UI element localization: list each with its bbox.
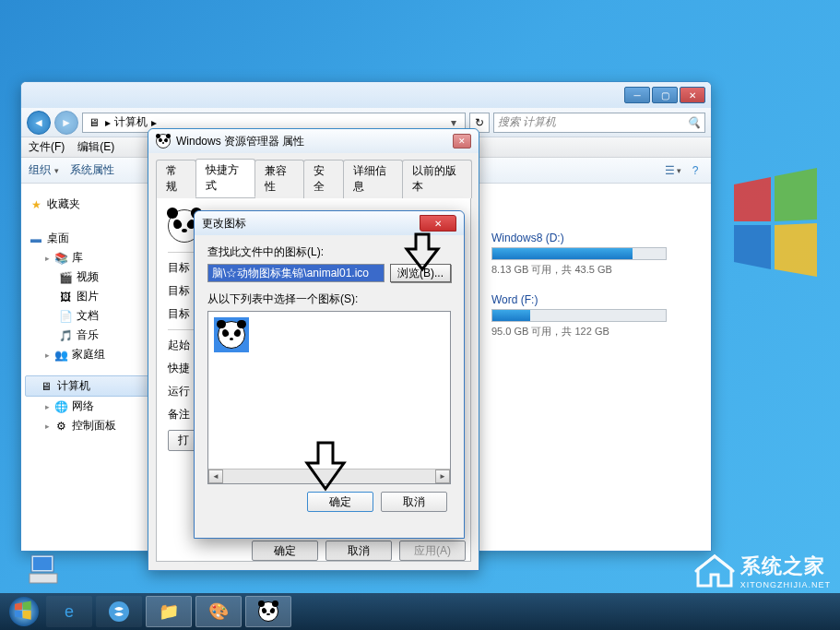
tab-previous[interactable]: 以前的版本 — [402, 160, 472, 198]
cancel-button[interactable]: 取消 — [325, 541, 392, 561]
tab-details[interactable]: 详细信息 — [343, 160, 403, 198]
view-icon[interactable]: ☰ — [665, 162, 681, 179]
video-icon: 🎬 — [58, 270, 73, 285]
icon-list[interactable]: ◄ ► — [207, 311, 451, 484]
drive-label: Word (F:) — [491, 293, 700, 306]
system-properties-button[interactable]: 系统属性 — [70, 162, 114, 178]
desktop-computer-icon[interactable] — [28, 553, 65, 588]
minimize-button[interactable]: ─ — [624, 87, 650, 103]
star-icon: ★ — [29, 197, 43, 212]
change-icon-title: 更改图标 — [202, 216, 420, 232]
paint-icon: 🎨 — [207, 600, 231, 624]
icon-option-selected[interactable] — [214, 317, 249, 352]
breadcrumb-item[interactable]: 计算机 — [114, 114, 148, 130]
nav-music[interactable]: 🎵音乐 — [21, 326, 157, 345]
address-dropdown[interactable]: ▾ — [446, 116, 461, 129]
help-icon[interactable]: ? — [687, 162, 704, 179]
nav-favorites[interactable]: ★收藏夹 — [21, 195, 157, 214]
svg-rect-2 — [30, 574, 57, 583]
drive-bar — [491, 247, 667, 260]
nav-homegroup[interactable]: ▸👥家庭组 — [21, 345, 157, 364]
house-icon — [694, 553, 735, 589]
start-button[interactable] — [6, 594, 42, 629]
maximize-button[interactable]: ▢ — [652, 87, 678, 103]
ok-button[interactable]: 确定 — [252, 541, 318, 561]
search-icon: 🔍 — [687, 116, 701, 129]
nav-computer[interactable]: 🖥计算机 — [25, 375, 153, 397]
taskbar-panda[interactable] — [245, 596, 291, 627]
network-icon: 🌐 — [53, 399, 68, 414]
search-box[interactable]: 搜索 计算机 🔍 — [493, 113, 705, 133]
nav-pictures[interactable]: 🖼图片 — [21, 287, 157, 306]
close-button[interactable]: ✕ — [420, 215, 456, 232]
explorer-titlebar: ─ ▢ ✕ — [21, 82, 711, 108]
scrollbar[interactable]: ◄ ► — [208, 469, 450, 483]
taskbar-explorer[interactable]: 📁 — [146, 596, 192, 627]
close-button[interactable]: ✕ — [453, 134, 471, 149]
drive-item[interactable]: Word (F:) 95.0 GB 可用，共 122 GB — [491, 293, 700, 339]
pictures-icon: 🖼 — [58, 290, 73, 304]
back-button[interactable]: ◄ — [27, 111, 51, 135]
tab-security[interactable]: 安全 — [303, 160, 344, 198]
organize-button[interactable]: 组织 — [29, 162, 59, 178]
breadcrumb-sep: ▸ — [151, 116, 157, 129]
control-icon: ⚙ — [53, 419, 68, 434]
watermark: 系统之家 XITONGZHIJIA.NET — [694, 553, 831, 589]
panda-icon — [156, 134, 171, 149]
drive-label: Windows8 (D:) — [491, 232, 700, 244]
nav-documents[interactable]: 📄文档 — [21, 306, 157, 326]
tab-shortcut[interactable]: 快捷方式 — [195, 159, 255, 197]
tab-row: 常规 快捷方式 兼容性 安全 详细信息 以前的版本 — [148, 153, 479, 197]
music-icon: 🎵 — [58, 328, 73, 343]
wallpaper-logo — [720, 166, 840, 314]
nav-library[interactable]: ▸📚库 — [21, 248, 157, 267]
drive-item[interactable]: Windows8 (D:) 8.13 GB 可用，共 43.5 GB — [491, 232, 700, 277]
browse-button[interactable]: 浏览(B)... — [390, 264, 451, 282]
scroll-right[interactable]: ► — [435, 470, 450, 483]
expand-icon: ▸ — [45, 351, 50, 360]
panda-icon — [256, 600, 280, 624]
change-icon-dialog: 更改图标 ✕ 查找此文件中的图标(L): 脑\☆动物图标集锦\animal01.… — [194, 210, 465, 539]
forward-button[interactable]: ► — [54, 111, 78, 135]
expand-icon: ▸ — [45, 254, 50, 263]
desktop-icon: ▬ — [29, 232, 43, 246]
watermark-url: XITONGZHIJIA.NET — [740, 580, 831, 589]
svg-rect-1 — [33, 557, 52, 570]
icon-path-input[interactable]: 脑\☆动物图标集锦\animal01.ico — [207, 264, 385, 282]
apply-button[interactable]: 应用(A) — [399, 541, 466, 561]
taskbar: e 📁 🎨 — [0, 593, 840, 630]
nav-desktop[interactable]: ▬桌面 — [21, 229, 157, 248]
properties-titlebar: Windows 资源管理器 属性 ✕ — [148, 129, 479, 153]
taskbar-ie[interactable]: e — [46, 596, 92, 627]
nav-control-panel[interactable]: ▸⚙控制面板 — [21, 416, 157, 435]
homegroup-icon: 👥 — [53, 348, 68, 363]
documents-icon: 📄 — [58, 309, 73, 324]
expand-icon: ▸ — [45, 402, 50, 411]
computer-icon: 🖥 — [39, 379, 53, 394]
tab-general[interactable]: 常规 — [156, 160, 196, 198]
taskbar-paint[interactable]: 🎨 — [195, 596, 242, 627]
ok-button[interactable]: 确定 — [307, 492, 373, 512]
taskbar-sogou[interactable] — [96, 596, 142, 627]
search-placeholder: 搜索 计算机 — [498, 114, 556, 130]
computer-icon: 🖥 — [87, 115, 101, 130]
properties-title: Windows 资源管理器 属性 — [176, 134, 447, 149]
drive-info: 8.13 GB 可用，共 43.5 GB — [491, 263, 700, 277]
scroll-left[interactable]: ◄ — [208, 470, 223, 483]
nav-network[interactable]: ▸🌐网络 — [21, 397, 157, 416]
menu-file[interactable]: 文件(F) — [29, 139, 65, 155]
ie-icon: e — [57, 600, 81, 624]
select-icon-label: 从以下列表中选择一个图标(S): — [207, 291, 451, 307]
folder-icon: 📁 — [157, 600, 181, 624]
cancel-button[interactable]: 取消 — [381, 492, 447, 512]
panda-icon — [218, 321, 245, 349]
sogou-icon — [107, 600, 131, 624]
close-button[interactable]: ✕ — [680, 87, 705, 103]
menu-edit[interactable]: 编辑(E) — [77, 139, 114, 155]
nav-videos[interactable]: 🎬视频 — [21, 267, 157, 287]
watermark-text: 系统之家 — [740, 553, 831, 580]
change-icon-titlebar: 更改图标 ✕ — [195, 211, 464, 235]
breadcrumb-sep: ▸ — [105, 116, 111, 129]
expand-icon: ▸ — [45, 422, 50, 431]
tab-compat[interactable]: 兼容性 — [254, 160, 304, 198]
